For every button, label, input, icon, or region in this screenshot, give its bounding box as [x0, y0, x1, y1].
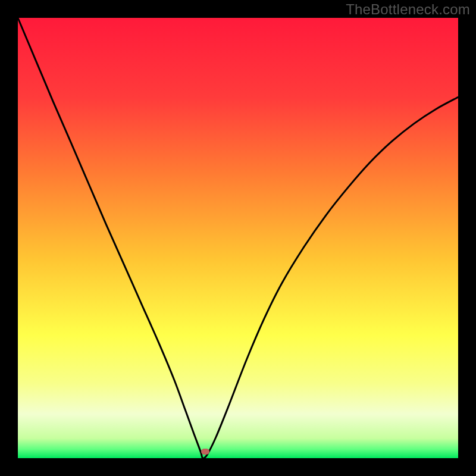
watermark-label: TheBottleneck.com — [346, 1, 470, 18]
chart-background-gradient — [18, 18, 458, 458]
svg-rect-0 — [18, 18, 458, 458]
chart-frame — [18, 18, 458, 458]
